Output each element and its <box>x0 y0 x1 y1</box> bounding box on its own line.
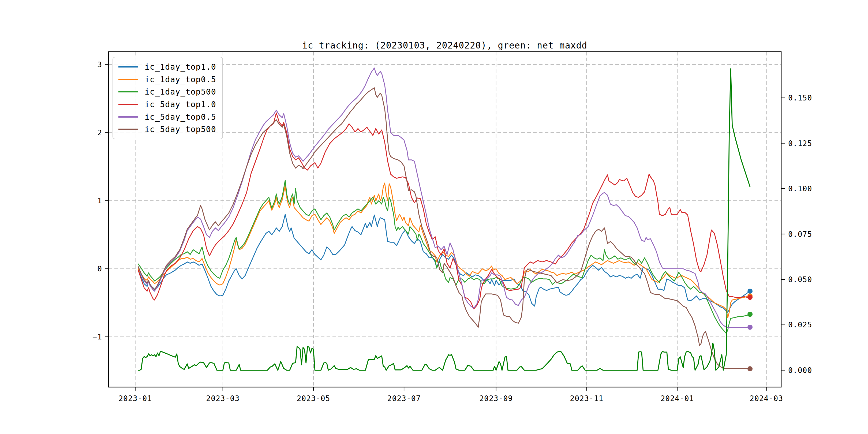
figure: −101230.0000.0250.0500.0750.1000.1250.15… <box>0 0 868 434</box>
legend-item: ic_1day_top1.0 <box>118 61 218 73</box>
end-marker-ic_5day_top1.0 <box>747 295 752 300</box>
x-ticklabel: 2024-03 <box>750 394 783 403</box>
y-left-ticklabel: 0 <box>97 265 102 273</box>
y-left-ticklabel: −1 <box>92 333 102 341</box>
legend-label: ic_1day_top500 <box>145 87 216 96</box>
legend-swatch <box>118 79 138 80</box>
x-ticklabel: 2023-03 <box>206 394 240 403</box>
y-right-ticklabel: 0.100 <box>788 184 812 193</box>
x-ticklabel: 2023-07 <box>388 394 421 403</box>
legend-label: ic_1day_top1.0 <box>145 62 216 71</box>
y-right-ticklabel: 0.125 <box>788 139 812 148</box>
x-ticklabel: 2023-05 <box>297 394 330 403</box>
chart-title: ic tracking: (20230103, 20240220), green… <box>302 40 587 51</box>
end-marker-ic_5day_top500 <box>747 366 752 371</box>
x-ticklabel: 2023-01 <box>118 394 152 403</box>
y-right-ticklabel: 0.150 <box>788 93 812 102</box>
end-marker-ic_1day_top500 <box>747 312 752 317</box>
legend-item: ic_5day_top1.0 <box>118 98 218 111</box>
legend-label: ic_1day_top0.5 <box>145 75 216 84</box>
x-ticklabel: 2024-01 <box>660 394 694 403</box>
y-left-ticklabel: 3 <box>97 60 102 69</box>
legend-swatch <box>118 104 138 105</box>
y-left-ticklabel: 1 <box>97 196 102 205</box>
series-layer <box>138 68 752 371</box>
y-right-ticklabel: 0.050 <box>788 275 812 284</box>
series-net_maxdd <box>138 69 750 370</box>
legend-item: ic_5day_top0.5 <box>118 111 218 123</box>
end-marker-ic_1day_top1.0 <box>747 288 752 293</box>
legend-swatch <box>118 116 138 118</box>
y-right-ticklabel: 0.075 <box>788 230 812 239</box>
y-left-ticklabel: 2 <box>97 128 102 137</box>
x-ticklabel: 2023-11 <box>570 394 603 403</box>
legend-label: ic_5day_top0.5 <box>145 112 216 122</box>
legend-item: ic_1day_top0.5 <box>118 73 218 86</box>
x-ticklabel: 2023-09 <box>479 394 513 403</box>
legend-swatch <box>118 91 138 92</box>
series-ic_5day_top0.5 <box>138 68 750 328</box>
legend: ic_1day_top1.0ic_1day_top0.5ic_1day_top5… <box>113 57 223 139</box>
y-right-ticklabel: 0.000 <box>788 366 812 375</box>
legend-label: ic_5day_top1.0 <box>145 100 216 109</box>
end-marker-ic_5day_top0.5 <box>747 325 752 330</box>
legend-swatch <box>118 66 138 67</box>
legend-item: ic_5day_top500 <box>118 123 218 135</box>
legend-item: ic_1day_top500 <box>118 86 218 98</box>
legend-label: ic_5day_top500 <box>145 125 216 134</box>
y-right-ticklabel: 0.025 <box>788 320 812 329</box>
legend-swatch <box>118 129 138 130</box>
